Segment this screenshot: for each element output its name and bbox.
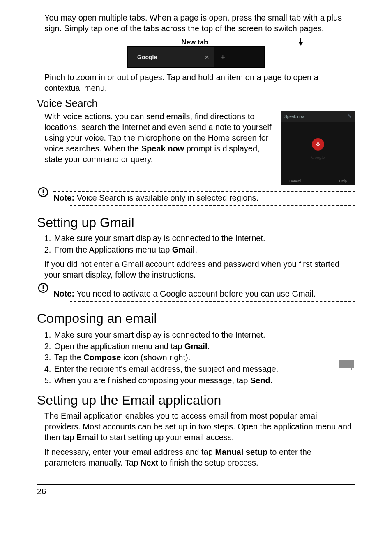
paragraph-voice: With voice actions, you can send emails,… xyxy=(44,111,274,164)
heading-composing-email: Composing an email xyxy=(37,311,355,326)
note-gmail-activate: Note: You need to activate a Google acco… xyxy=(37,284,355,305)
speak-now-label: Speak now xyxy=(284,114,304,119)
text: to start setting up your email access. xyxy=(98,433,234,442)
heading-setting-up-gmail: Setting up Gmail xyxy=(37,215,355,230)
close-icon: × xyxy=(204,53,209,62)
browser-tab-google: Google × xyxy=(128,47,214,67)
google-brand-label: Google xyxy=(311,155,325,160)
text: icon (shown right). xyxy=(121,353,190,362)
compose-steps: Make sure your smart display is connecte… xyxy=(53,329,330,386)
list-item: From the Applications menu tap Gmail. xyxy=(53,244,355,256)
plus-icon: + xyxy=(220,52,226,63)
text: When you are finished composing your mes… xyxy=(54,376,250,385)
list-item: Make sure your smart display is connecte… xyxy=(53,233,355,244)
tab-title: Google xyxy=(137,54,157,60)
compose-icon xyxy=(339,357,355,371)
gmail-steps: Make sure your smart display is connecte… xyxy=(53,233,355,255)
list-item: Enter the recipient's email address, the… xyxy=(53,364,330,375)
list-item: Tap the Compose icon (shown right). xyxy=(53,352,330,364)
browser-tabbar: Google × + xyxy=(128,47,264,67)
text-bold: Manual setup xyxy=(215,447,267,456)
list-item: Make sure your smart display is connecte… xyxy=(53,329,330,341)
paragraph-manual-setup: If necessary, enter your email address a… xyxy=(44,447,355,468)
list-item: When you are finished composing your mes… xyxy=(53,375,330,387)
text: to finish the setup process. xyxy=(158,458,258,467)
note-bold: Note: xyxy=(53,193,74,202)
text-bold: Compose xyxy=(83,353,121,362)
text: Tap the xyxy=(54,353,83,362)
help-label: Help xyxy=(339,179,347,183)
text-bold: Email xyxy=(76,433,98,442)
arrow-down-icon xyxy=(300,38,301,45)
figure-voice-search: Speak now ✎ Google Cancel Help xyxy=(281,111,355,185)
text-bold: Next xyxy=(141,458,158,467)
text: From the Applications menu tap xyxy=(54,245,172,254)
text: . xyxy=(195,245,197,254)
note-text: You need to activate a Google account be… xyxy=(74,289,316,298)
note-bold: Note: xyxy=(53,289,74,298)
svg-rect-7 xyxy=(349,367,353,368)
page-number: 26 xyxy=(37,485,355,496)
heading-voice-search: Voice Search xyxy=(37,97,355,109)
figure-new-tab: New tab Google × + xyxy=(37,38,355,68)
text: . xyxy=(207,342,210,351)
paragraph-gmail-follow: If you did not enter a Gmail account add… xyxy=(44,259,355,280)
paragraph-pinch: Pinch to zoom in or out of pages. Tap an… xyxy=(44,72,355,93)
cancel-label: Cancel xyxy=(289,179,301,183)
heading-setting-up-email-app: Setting up the Email application xyxy=(37,393,355,408)
svg-point-2 xyxy=(42,194,44,195)
note-voice-region: Note: Voice Search is available only in … xyxy=(37,188,355,209)
alert-icon xyxy=(38,187,48,197)
text: . xyxy=(270,376,273,385)
text-bold: Speak now xyxy=(141,144,184,153)
new-tab-callout-label: New tab xyxy=(181,38,208,46)
svg-point-5 xyxy=(42,290,44,291)
text-bold: Gmail xyxy=(172,245,195,254)
paragraph-email-app: The Email application enables you to acc… xyxy=(44,410,355,442)
document-page: You may open multiple tabs. When a page … xyxy=(0,0,392,505)
note-text: Voice Search is available only in select… xyxy=(74,193,258,202)
paragraph-tabs: You may open multiple tabs. When a page … xyxy=(44,12,355,34)
alert-icon xyxy=(38,283,48,293)
pencil-icon: ✎ xyxy=(348,114,352,119)
text-bold: Gmail xyxy=(184,342,208,351)
text: Open the application menu and tap xyxy=(54,342,184,351)
new-tab-button: + xyxy=(214,47,264,67)
list-item: Open the application menu and tap Gmail. xyxy=(53,341,330,352)
microphone-icon xyxy=(312,138,324,151)
text: If necessary, enter your email address a… xyxy=(44,447,215,456)
text-bold: Send xyxy=(250,376,270,385)
